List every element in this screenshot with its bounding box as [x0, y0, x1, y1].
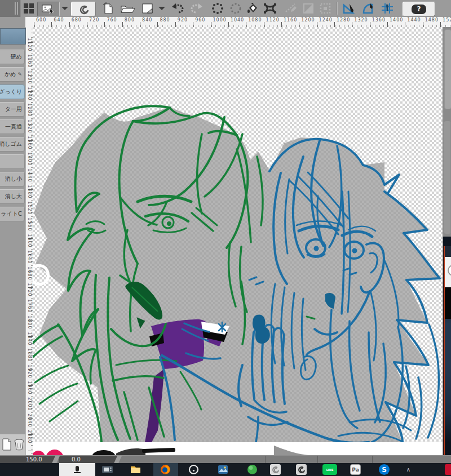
ruler-left-label: 1920 [27, 364, 32, 379]
marquee-icon [228, 2, 244, 15]
toolbar: ? [0, 0, 451, 17]
help-label: ? [412, 5, 426, 14]
snap-crosshair-icon[interactable] [379, 2, 396, 15]
zoom-value: 150.0 [26, 456, 42, 462]
ruler-left-label: 1800 [27, 315, 32, 330]
ruler-top-label: 720 [89, 17, 99, 23]
status-divider [265, 456, 266, 464]
ruler-horizontal: 6006406807207608008408809209601000104010… [20, 17, 451, 28]
curve-tool-icon[interactable] [360, 2, 377, 15]
ruler-top-label: 1480 [425, 17, 439, 23]
toolbar-separator [337, 2, 337, 15]
bucket-icon[interactable] [245, 2, 260, 15]
ruler-left-label: 1200 [27, 70, 32, 85]
brush-sidebar: 硬めかめ ✎ざっくりター用一貫通消しゴム消し小消し大ライトC [0, 17, 25, 455]
brush-item-消し小[interactable]: 消し小 [0, 172, 25, 186]
ruler-left-label: 1440 [27, 168, 32, 183]
ruler-left-label: 1880 [27, 348, 32, 363]
panel-grip[interactable] [0, 0, 21, 17]
scrollbar-track-segment[interactable] [444, 121, 450, 234]
movie-app-icon[interactable] [102, 464, 113, 475]
ruler-left-label: 1960 [27, 381, 32, 395]
ruler-left-label: 1760 [27, 299, 32, 314]
ruler-left-label: 1600 [27, 234, 32, 248]
ruler-top-label: 680 [72, 17, 82, 23]
file-explorer-icon[interactable] [130, 464, 141, 475]
ruler-left-label: 1320 [27, 119, 32, 134]
brush-item-かめ[interactable]: かめ ✎ [0, 67, 25, 82]
brush-item-blank[interactable] [0, 154, 25, 169]
trash-icon[interactable] [14, 438, 25, 453]
vertical-scrollbar[interactable] [443, 27, 451, 237]
ruler-top-label: 960 [195, 17, 205, 23]
undo-icon[interactable] [170, 2, 187, 15]
taskbar-pinned-app[interactable] [59, 463, 95, 476]
image-transfer-button[interactable] [37, 2, 60, 16]
ruler-top-label: 1000 [213, 17, 227, 23]
ruler-left-label: 2040 [27, 413, 32, 428]
ruler-top-label: 800 [125, 17, 135, 23]
ruler-top-label: 1400 [390, 17, 403, 23]
brush-item-ざっくり[interactable]: ざっくり [0, 84, 25, 99]
ruler-left-label: 1680 [27, 266, 32, 281]
help-button[interactable]: ? [403, 2, 435, 16]
ruler-top-label: 920 [178, 17, 188, 23]
ruler-left-label: 1120 [27, 38, 32, 52]
ruler-left-label: 2080 [27, 430, 32, 444]
background-window-sliver[interactable] [443, 237, 451, 455]
photos-app-icon[interactable] [218, 464, 228, 475]
spinner-dots-icon[interactable] [210, 2, 226, 15]
new-item-icon[interactable] [1, 438, 12, 453]
brush-item-ター用[interactable]: ター用 [0, 102, 25, 117]
status-divider [372, 456, 373, 464]
brush-preview-swatch[interactable] [0, 28, 26, 45]
brush-item-消し大[interactable]: 消し大 [0, 189, 25, 204]
scrollbar-thumb[interactable] [444, 29, 451, 109]
tray-chevron-icon[interactable]: ∧ [403, 464, 414, 475]
ruler-top-label: 1320 [354, 17, 368, 23]
lens-app-icon[interactable] [188, 464, 199, 475]
ruler-left-label: 1840 [27, 332, 32, 346]
grid-icon[interactable] [22, 2, 36, 15]
angle-value: 0.0 [72, 456, 81, 462]
new-file-icon[interactable] [101, 2, 116, 15]
ruler-top-label: 1280 [337, 17, 350, 23]
sai-dark-icon[interactable] [296, 464, 307, 475]
firefox-icon[interactable] [160, 464, 171, 475]
brush-item-一貫通[interactable]: 一貫通 [0, 119, 25, 134]
ruler-top-label: 880 [160, 17, 170, 23]
status-angle-segment[interactable] [59, 456, 117, 464]
pen-icon: ✎ [16, 72, 22, 77]
sai-logo-button[interactable] [71, 2, 96, 16]
skype-icon[interactable]: S [379, 464, 390, 475]
save-canvas-icon[interactable] [140, 2, 156, 15]
save-dropdown-icon[interactable] [157, 2, 166, 15]
window-black-sliver [445, 287, 451, 319]
ruler-top-label: 840 [142, 17, 152, 23]
red-app-icon[interactable] [445, 464, 451, 475]
green-orb-app-icon[interactable] [247, 464, 258, 475]
ruler-left-label: 1360 [27, 136, 32, 150]
ruler-top-label: 1520 [443, 17, 451, 23]
status-bar: 150.0 0.0 [0, 455, 451, 464]
line-app-icon[interactable]: LINE [322, 464, 337, 475]
brush-item-ライトC[interactable]: ライトC [0, 207, 25, 221]
line-tool-icon[interactable] [341, 2, 357, 15]
ruler-top-label: 1440 [407, 17, 421, 23]
sai-light-icon[interactable] [270, 464, 281, 475]
paint-app-window: ? 60064068072076080084088092096010001040… [0, 0, 451, 476]
brush-item-消しゴム[interactable]: 消しゴム [0, 137, 25, 152]
ruler-top-label: 640 [54, 17, 64, 23]
taskbar: LINE Pa S ∧ [0, 463, 451, 476]
open-folder-icon[interactable] [119, 2, 137, 15]
sidebar-footer [0, 434, 25, 456]
brush-item-硬め[interactable]: 硬め [0, 50, 25, 64]
ruler-top-label: 1120 [266, 17, 280, 23]
transform-handles-icon[interactable] [262, 2, 278, 15]
canvas[interactable] [33, 27, 443, 455]
ruler-left-label: 1160 [27, 54, 32, 69]
dropdown-icon[interactable] [60, 2, 69, 15]
pa-app-icon[interactable]: Pa [350, 464, 361, 475]
status-divider [317, 456, 318, 464]
ruler-top-label: 1040 [231, 17, 244, 23]
